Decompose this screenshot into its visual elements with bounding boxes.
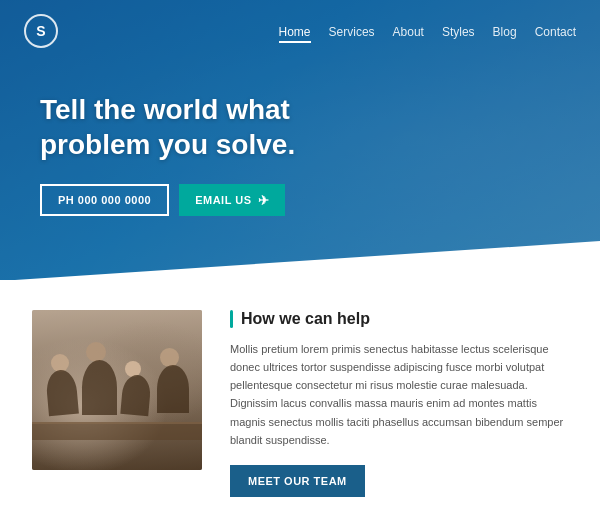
logo: S (24, 14, 58, 48)
table-surface (32, 422, 202, 440)
person-body-3 (120, 374, 151, 416)
person-head-4 (160, 348, 179, 367)
phone-button[interactable]: PH 000 000 0000 (40, 184, 169, 216)
section-heading: How we can help (230, 310, 568, 328)
content-section: How we can help Mollis pretium lorem pri… (0, 280, 600, 514)
hero-diagonal-cut (0, 241, 600, 280)
nav-styles[interactable]: Styles (442, 25, 475, 39)
hero-content: Tell the world what problem you solve. P… (0, 62, 600, 216)
nav-about[interactable]: About (393, 25, 424, 39)
meet-team-button[interactable]: MEET OUR TEAM (230, 465, 365, 497)
hero-title: Tell the world what problem you solve. (40, 92, 320, 162)
team-photo (32, 310, 202, 470)
person-body-1 (45, 369, 79, 416)
navigation: S Home Services About Styles Blog Contac… (0, 0, 600, 62)
nav-home[interactable]: Home (279, 25, 311, 43)
person-head-2 (86, 342, 106, 362)
email-button[interactable]: EMAIL US ✈ (179, 184, 285, 216)
nav-links: Home Services About Styles Blog Contact (279, 22, 576, 40)
hero-section: S Home Services About Styles Blog Contac… (0, 0, 600, 280)
nav-services[interactable]: Services (329, 25, 375, 39)
section-body: Mollis pretium lorem primis senectus hab… (230, 340, 568, 449)
nav-contact[interactable]: Contact (535, 25, 576, 39)
hero-buttons: PH 000 000 0000 EMAIL US ✈ (40, 184, 576, 216)
send-icon: ✈ (258, 193, 270, 208)
section-text: How we can help Mollis pretium lorem pri… (230, 310, 568, 497)
person-body-2 (82, 360, 117, 415)
svg-marker-0 (0, 241, 600, 280)
nav-blog[interactable]: Blog (493, 25, 517, 39)
person-body-4 (157, 365, 189, 413)
